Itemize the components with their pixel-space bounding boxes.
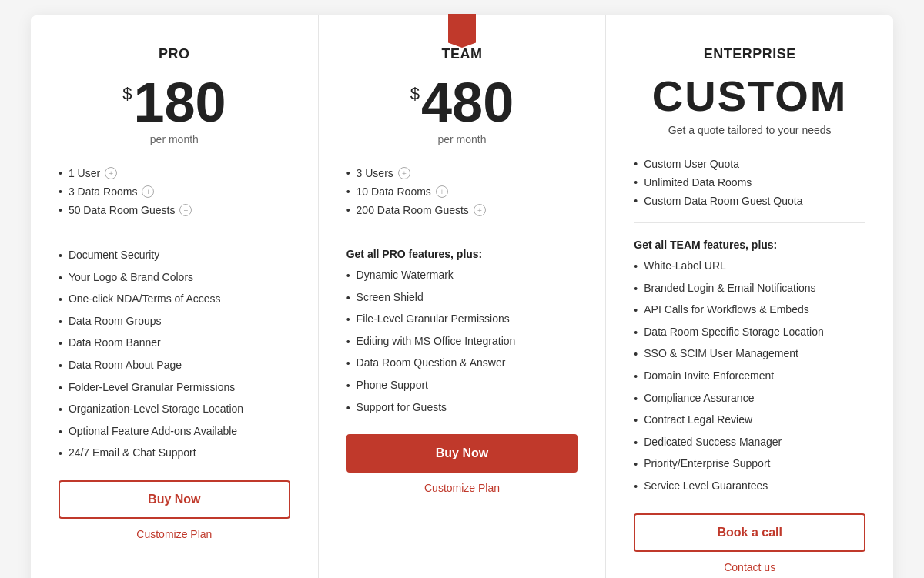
feature-item: Domain Invite Enforcement [634, 369, 865, 385]
price-period-team: per month [346, 133, 578, 145]
feature-item: Service Level Guarantees [634, 479, 865, 495]
feature-item: 24/7 Email & Chat Support [59, 446, 290, 462]
feature-item: Support for Guests [346, 400, 578, 416]
card-footer-enterprise: Book a call Contact us [634, 513, 865, 573]
price-row-pro: $ 180 [59, 75, 290, 130]
quota-item: Custom User Quota [634, 158, 865, 170]
plan-card-team: TEAM $ 480 per month 3 Users + 10 Data R… [319, 15, 607, 578]
quota-item: 3 Data Rooms + [59, 185, 290, 198]
plan-name-team: TEAM [346, 46, 578, 62]
feature-item: Dynamic Watermark [346, 268, 578, 284]
feature-item: Data Room Groups [59, 314, 290, 330]
custom-price-subtitle: Get a quote tailored to your needs [634, 124, 865, 136]
info-icon[interactable]: + [436, 185, 448, 198]
feature-item: Document Security [59, 248, 290, 264]
plan-card-pro: PRO $ 180 per month 1 User + 3 Data Room… [31, 15, 319, 578]
features-list-team: Dynamic WatermarkScreen ShieldFile-Level… [346, 268, 578, 416]
cta-primary-team[interactable]: Buy Now [346, 434, 578, 473]
feature-item: One-click NDA/Terms of Access [59, 292, 290, 308]
price-period-pro: per month [59, 133, 290, 145]
divider [346, 232, 578, 232]
quota-item: 50 Data Room Guests + [59, 204, 290, 216]
plan-card-enterprise: ENTERPRISE CUSTOM Get a quote tailored t… [606, 15, 893, 578]
quota-list-pro: 1 User + 3 Data Rooms + 50 Data Room Gue… [59, 167, 290, 216]
feature-item: Your Logo & Brand Colors [59, 270, 290, 286]
features-heading-enterprise: Get all TEAM features, plus: [634, 239, 865, 251]
feature-item: Editing with MS Office Integration [346, 334, 578, 350]
price-currency-team: $ [410, 84, 420, 104]
feature-item: Data Room About Page [59, 358, 290, 374]
feature-item: Contract Legal Review [634, 413, 865, 429]
price-row-team: $ 480 [346, 75, 578, 130]
info-icon[interactable]: + [179, 204, 192, 216]
plan-name-pro: PRO [59, 46, 290, 62]
info-icon[interactable]: + [142, 185, 154, 198]
quota-item: 10 Data Rooms + [346, 185, 578, 198]
price-amount-team: 480 [421, 75, 514, 130]
quota-item: Unlimited Data Rooms [634, 176, 865, 189]
quota-item: 3 Users + [346, 167, 578, 179]
feature-item: Optional Feature Add-ons Available [59, 424, 290, 440]
cta-primary-pro[interactable]: Buy Now [59, 480, 290, 519]
info-icon[interactable]: + [105, 167, 117, 179]
features-heading-team: Get all PRO features, plus: [346, 248, 578, 260]
feature-item: Screen Shield [346, 290, 578, 306]
divider [59, 232, 290, 232]
card-footer-pro: Buy Now Customize Plan [59, 480, 290, 540]
features-list-enterprise: White-Label URLBranded Login & Email Not… [634, 259, 865, 495]
featured-badge [448, 14, 476, 48]
feature-item: API Calls for Workflows & Embeds [634, 302, 865, 319]
feature-item: Data Room Specific Storage Location [634, 325, 865, 341]
cta-secondary-pro[interactable]: Customize Plan [136, 528, 212, 540]
feature-item: Data Room Banner [59, 336, 290, 352]
plan-name-enterprise: ENTERPRISE [634, 46, 865, 62]
info-icon[interactable]: + [398, 167, 410, 179]
feature-item: Data Room Question & Answer [346, 356, 578, 372]
feature-item: SSO & SCIM User Management [634, 346, 865, 363]
quota-item: 200 Data Room Guests + [346, 204, 578, 216]
quota-list-enterprise: Custom User Quota Unlimited Data Rooms C… [634, 158, 865, 207]
feature-item: White-Label URL [634, 259, 865, 275]
feature-item: Compliance Assurance [634, 391, 865, 407]
quota-list-team: 3 Users + 10 Data Rooms + 200 Data Room … [346, 167, 578, 216]
feature-item: Branded Login & Email Notifications [634, 281, 865, 297]
cta-secondary-enterprise[interactable]: Contact us [724, 561, 775, 573]
cta-secondary-team[interactable]: Customize Plan [424, 482, 500, 494]
price-currency-pro: $ [122, 84, 132, 104]
feature-item: File-Level Granular Permissions [346, 312, 578, 328]
custom-price-title: CUSTOM [634, 75, 865, 118]
cta-primary-enterprise[interactable]: Book a call [634, 513, 865, 552]
info-icon[interactable]: + [474, 204, 486, 216]
features-list-pro: Document SecurityYour Logo & Brand Color… [59, 248, 290, 462]
quota-item: 1 User + [59, 167, 290, 179]
feature-item: Dedicated Success Manager [634, 435, 865, 451]
feature-item: Folder-Level Granular Permissions [59, 380, 290, 396]
card-footer-team: Buy Now Customize Plan [346, 434, 578, 494]
pricing-container: PRO $ 180 per month 1 User + 3 Data Room… [31, 15, 893, 578]
quota-item: Custom Data Room Guest Quota [634, 195, 865, 207]
feature-item: Priority/Enterprise Support [634, 456, 865, 473]
divider [634, 222, 865, 223]
feature-item: Organization-Level Storage Location [59, 402, 290, 418]
feature-item: Phone Support [346, 378, 578, 394]
price-amount-pro: 180 [133, 75, 226, 130]
